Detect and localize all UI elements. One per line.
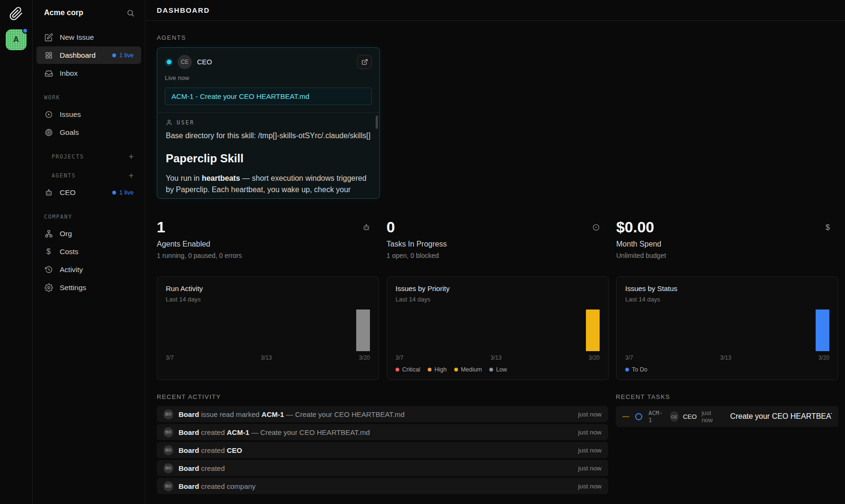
sidebar-item-new-issue[interactable]: New Issue (36, 28, 141, 46)
paperclip-icon[interactable] (9, 7, 23, 21)
stat-value: $0.00 (616, 219, 824, 236)
activity-row[interactable]: BO Board issue read marked ACM-1 — Creat… (157, 406, 608, 422)
agent-status-text: Live now (165, 74, 372, 81)
left-rail: A (0, 0, 32, 504)
stat-label: Month Spend (616, 240, 824, 248)
add-agent-button[interactable] (128, 172, 135, 179)
sidebar-item-goals[interactable]: Goals (36, 124, 141, 141)
stat-value: 1 (157, 219, 365, 236)
chart-subtitle: Last 14 days (166, 296, 370, 303)
main-panel: DASHBOARD AGENTS CE CEO Live now ACM-1 -… (145, 0, 845, 504)
sidebar-item-label: Issues (60, 110, 81, 119)
sidebar-item-activity[interactable]: Activity (36, 261, 141, 278)
live-dot (112, 191, 116, 195)
agent-avatar: CE (178, 55, 192, 69)
chart-title: Issues by Status (625, 284, 829, 292)
agent-live-dot (165, 58, 173, 66)
dashboard-icon (44, 51, 53, 60)
workspace-avatar[interactable]: A (6, 29, 27, 50)
chart-issues-by-status: Issues by Status Last 14 days 3/73/133/2… (616, 276, 838, 380)
recent-activity-panel: RECENT ACTIVITY BO Board issue read mark… (157, 393, 608, 494)
sidebar-item-inbox[interactable]: Inbox (36, 64, 141, 82)
sidebar-item-label: CEO (60, 188, 76, 197)
inbox-icon (44, 69, 53, 78)
section-label-agents: AGENTS (52, 172, 76, 179)
legend-dot-high (428, 368, 431, 371)
sidebar-item-label: Goals (60, 128, 79, 137)
org-chart-icon (44, 229, 53, 238)
message-paragraph: You run in heartbeats — short execution … (166, 173, 371, 199)
activity-row[interactable]: BO Board created CEO just now (157, 442, 608, 458)
chart-title: Run Activity (166, 284, 370, 292)
agent-task-link[interactable]: ACM-1 - Create your CEO HEARTBEAT.md (165, 88, 372, 105)
robot-icon (44, 188, 53, 197)
activity-row[interactable]: BO Board created just now (157, 460, 608, 476)
task-title: Create your CEO HEARTBEAT.md (730, 412, 832, 421)
bar-run-activity (356, 309, 370, 351)
activity-row[interactable]: BO Board created company just now (157, 478, 608, 494)
live-badge: 1 live (112, 189, 134, 196)
progress-circle-icon (592, 223, 600, 231)
task-time: just now (701, 409, 721, 424)
legend-dot-medium (454, 368, 458, 371)
search-icon[interactable] (126, 9, 135, 17)
stat-value: 0 (387, 219, 594, 236)
legend-dot-todo (625, 368, 629, 371)
chart-issues-by-priority: Issues by Priority Last 14 days 3/73/133… (387, 276, 609, 380)
online-status-dot (22, 28, 28, 34)
robot-icon (362, 223, 370, 231)
sidebar-item-ceo-agent[interactable]: CEO 1 live (36, 184, 141, 201)
activity-time: just now (572, 411, 602, 418)
external-link-icon[interactable] (357, 55, 372, 69)
stat-subtext: Unlimited budget (616, 252, 824, 259)
task-id: ACM-1 (648, 409, 664, 424)
section-header-agents: AGENTS (33, 172, 145, 179)
sidebar-item-label: Inbox (60, 69, 78, 78)
sidebar-item-dashboard[interactable]: Dashboard 1 live (36, 46, 141, 64)
actor-avatar: BO (163, 463, 173, 473)
dollar-icon: $ (826, 223, 830, 232)
page-header: DASHBOARD (145, 0, 845, 21)
activity-list: BO Board issue read marked ACM-1 — Creat… (157, 406, 608, 494)
org-name: Acme corp (44, 9, 83, 17)
issue-circle-icon (44, 110, 53, 119)
new-issue-icon (44, 33, 53, 42)
sidebar-item-issues[interactable]: Issues (36, 106, 141, 123)
section-label-company: COMPANY (33, 213, 145, 220)
recent-activity-label: RECENT ACTIVITY (157, 393, 608, 400)
scrollbar-thumb[interactable] (376, 115, 378, 129)
recent-tasks-label: RECENT TASKS (616, 393, 838, 400)
bottom-section: RECENT ACTIVITY BO Board issue read mark… (157, 393, 838, 494)
sidebar: Acme corp New Issue Dashboard 1 live Inb… (32, 0, 145, 504)
sidebar-item-label: Activity (60, 265, 83, 274)
activity-time: just now (572, 447, 602, 454)
actor-avatar: BO (163, 481, 173, 491)
chart-subtitle: Last 14 days (625, 296, 829, 303)
message-base-dir: Base directory for this skill: /tmp[]-sk… (166, 132, 371, 140)
activity-row[interactable]: BO Board created ACM-1 — Create your CEO… (157, 424, 608, 440)
stat-label: Tasks In Progress (387, 240, 594, 248)
sidebar-item-settings[interactable]: Settings (36, 279, 141, 296)
page-title: DASHBOARD (157, 6, 210, 14)
actor-avatar: BO (163, 445, 173, 455)
section-header-projects: PROJECTS (33, 153, 145, 160)
chart-legend: To Do (625, 366, 829, 373)
task-row[interactable]: — ACM-1 CE CEO just now Create your CEO … (616, 406, 838, 427)
x-axis-ticks: 3/73/133/20 (625, 354, 829, 361)
activity-time: just now (572, 465, 602, 472)
stat-agents-enabled: 1 Agents Enabled 1 running, 0 paused, 0 … (157, 219, 379, 259)
sidebar-item-label: Org (60, 230, 72, 238)
legend-dot-critical (396, 368, 399, 371)
actor-avatar: BO (163, 427, 173, 437)
section-label-work: WORK (33, 94, 145, 101)
add-project-button[interactable] (128, 153, 135, 160)
dollar-icon: $ (44, 247, 53, 256)
section-label-projects: PROJECTS (52, 153, 84, 160)
live-dot (112, 53, 116, 57)
sidebar-item-org[interactable]: Org (36, 225, 141, 242)
sidebar-item-costs[interactable]: $ Costs (36, 243, 141, 260)
stats-row: 1 Agents Enabled 1 running, 0 paused, 0 … (157, 219, 838, 259)
actor-avatar: BO (163, 409, 173, 419)
priority-dash-icon: — (622, 413, 629, 420)
dashboard-content: AGENTS CE CEO Live now ACM-1 - Create yo… (145, 21, 845, 504)
